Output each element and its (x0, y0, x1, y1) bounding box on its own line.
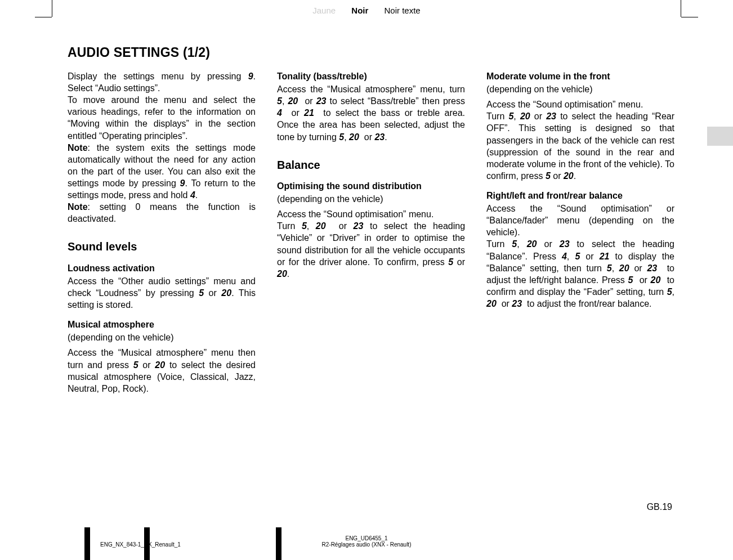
registration-bar (276, 527, 281, 560)
side-tab (707, 127, 733, 146)
footer-code-line2: R2-Réglages audio (XNX - Renault) (0, 541, 733, 548)
crop-mark (681, 17, 698, 17)
paragraph: Turn 5, 20 or 23 to select the heading “… (277, 220, 465, 280)
column-1: Display the settings menu by press­ing 9… (68, 70, 256, 395)
heading-loudness: Loudness activation (68, 262, 256, 274)
paragraph: To move around the menu and select the v… (68, 94, 256, 141)
page: Jaune Noir Noir texte AUDIO SETTINGS (1/… (0, 0, 733, 560)
paragraph: Access the “Other audio settings” menu a… (68, 275, 256, 311)
paragraph: Access the “Musical atmosphere” menu the… (68, 347, 256, 394)
paragraph: Access the “Sound optimisation” or “Bala… (486, 203, 674, 238)
paragraph: Turn 5, 20 or 23 to select the heading “… (486, 238, 674, 310)
content-area: AUDIO SETTINGS (1/2) Display the setting… (68, 45, 676, 395)
heading-optimising: Optimising the sound distribution (277, 180, 465, 192)
footer-code-line1: ENG_UD6455_1 (345, 535, 387, 541)
paragraph: Access the “Sound optimisation” menu. (486, 98, 674, 110)
paragraph: Turn 5, 20 or 23 to select the heading “… (486, 110, 674, 182)
page-number: GB.19 (647, 502, 672, 512)
paragraph: Display the settings menu by press­ing 9… (68, 70, 256, 94)
heading-balance: Balance (277, 158, 465, 172)
columns: Display the settings menu by press­ing 9… (68, 70, 676, 395)
sub-depending: (depending on the vehicle) (68, 331, 256, 343)
registration-bar (84, 527, 90, 560)
heading-tonality: Tonality (bass/treble) (277, 70, 465, 82)
column-3: Moderate volume in the front (depending … (486, 70, 674, 395)
color-noir-texte: Noir texte (385, 6, 421, 15)
sub-depending: (depending on the vehicle) (277, 193, 465, 205)
color-jaune: Jaune (312, 6, 336, 15)
sub-depending: (depending on the vehicle) (486, 83, 674, 95)
heading-moderate-volume: Moderate volume in the front (486, 70, 674, 82)
page-title: AUDIO SETTINGS (1/2) (68, 45, 676, 60)
paragraph: Note: the system exits the settings mode… (68, 142, 256, 201)
heading-right-left: Right/left and front/rear balance (486, 190, 674, 201)
crop-mark (35, 17, 52, 17)
color-separation-header: Jaune Noir Noir texte (0, 6, 733, 15)
paragraph: Access the “Musical atmosphere” menu, tu… (277, 83, 465, 143)
color-noir: Noir (351, 6, 368, 15)
paragraph: Note: setting 0 means the function is de… (68, 201, 256, 225)
registration-bar (144, 527, 150, 560)
heading-sound-levels: Sound levels (68, 239, 256, 254)
paragraph: Access the “Sound optimisation” menu. (277, 208, 465, 220)
column-2: Tonality (bass/treble) Access the “Music… (277, 70, 465, 395)
footer-code-center: ENG_UD6455_1 R2-Réglages audio (XNX - Re… (0, 535, 733, 548)
heading-musical-atmosphere: Musical atmosphere (68, 319, 256, 330)
